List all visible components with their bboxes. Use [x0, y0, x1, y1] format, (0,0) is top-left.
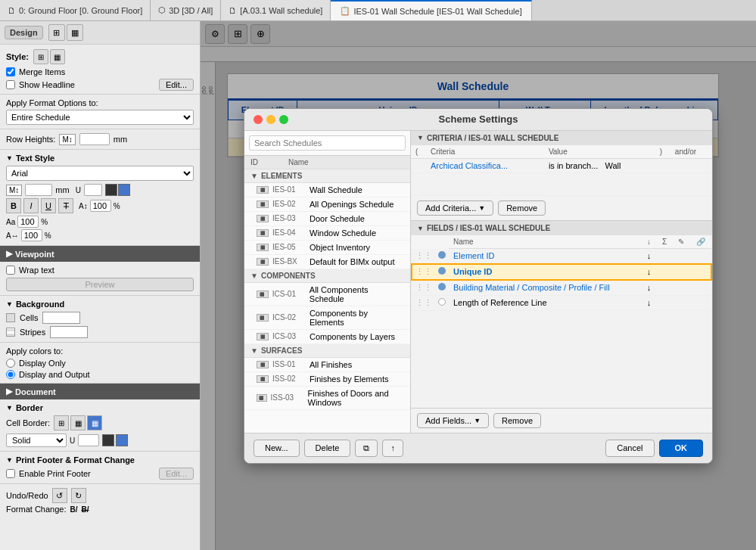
fields-col-name: Name: [449, 235, 641, 249]
search-input[interactable]: [249, 135, 406, 151]
apply-format-select[interactable]: Entire Schedule: [6, 110, 194, 125]
enable-print-footer-label: Enable Print Footer: [19, 469, 91, 478]
export-btn[interactable]: ↑: [382, 440, 403, 457]
tab-3d[interactable]: ⬡ 3D [3D / All]: [151, 0, 221, 20]
cancel-btn[interactable]: Cancel: [605, 440, 654, 457]
color-swatch-2[interactable]: [118, 184, 130, 196]
show-headline-checkbox[interactable]: [6, 80, 15, 89]
list-item[interactable]: ▦ ICS-02 Components by Elements: [244, 306, 410, 330]
underline-btn[interactable]: U: [41, 198, 56, 213]
wrap-text-checkbox[interactable]: [6, 266, 15, 275]
background-label: Background: [16, 300, 64, 309]
list-item[interactable]: ▦ ICS-01 All Components Schedule: [244, 283, 410, 306]
add-criteria-btn[interactable]: Add Criteria... ▼: [417, 200, 493, 216]
edit-button[interactable]: Edit...: [159, 79, 194, 91]
list-item[interactable]: ▦ ISS-02 Finishes by Elements: [244, 372, 410, 387]
elements-group-header[interactable]: ▼ ELEMENTS: [244, 169, 410, 183]
list-item[interactable]: ▦ IES-05 Object Inventory: [244, 241, 410, 255]
list-item[interactable]: ▦ ISS-03 Finishes of Doors and Windows: [244, 387, 410, 410]
width-input[interactable]: [21, 229, 42, 241]
border-color-2[interactable]: [116, 434, 128, 446]
color-swatch-1[interactable]: [105, 184, 117, 196]
row-heights-label: Row Heights:: [6, 135, 55, 144]
document-header[interactable]: ▶ Document: [0, 384, 200, 399]
dialog-overlay: Scheme Settings ID: [201, 21, 756, 550]
stripes-color[interactable]: [50, 326, 88, 338]
surfaces-group-header[interactable]: ▼ SURFACES: [244, 344, 410, 358]
list-item[interactable]: ▦ IES-03 Door Schedule: [244, 212, 410, 226]
border-style-2[interactable]: ▦: [70, 415, 86, 430]
letter-spacing-input[interactable]: [90, 200, 111, 212]
cells-color[interactable]: [42, 312, 80, 324]
preview-btn[interactable]: Preview: [6, 278, 194, 291]
undo-redo-row: Undo/Redo ↺ ↻: [6, 488, 194, 503]
list-item[interactable]: ▦ IES-01 Wall Schedule: [244, 183, 410, 197]
fields-row[interactable]: ⋮⋮ Length of Reference Line ↓: [412, 295, 711, 310]
strikethrough-btn[interactable]: T̶: [58, 198, 73, 213]
ok-btn[interactable]: OK: [659, 440, 704, 457]
print-footer-label: Print Footer & Format Change: [16, 455, 135, 465]
border-value-input[interactable]: 61: [78, 434, 99, 446]
criteria-section: ▼ CRITERIA / IES-01 WALL SCHEDULE ( Crit…: [411, 131, 712, 222]
print-footer-edit-btn[interactable]: Edit...: [159, 468, 194, 480]
fields-col-sum: Σ: [657, 235, 673, 249]
list-item[interactable]: ▦ ISS-01 All Finishes: [244, 358, 410, 372]
display-and-output-radio[interactable]: [6, 370, 15, 379]
fields-row[interactable]: ⋮⋮ Element ID ↓: [412, 249, 711, 264]
display-only-radio[interactable]: [6, 359, 15, 368]
left-panel: Design ⊞ ▦ Style: ⊞ ▦ Merge Items Show: [0, 21, 201, 550]
list-item[interactable]: ▦ ICS-03 Components by Layers: [244, 330, 410, 344]
border-style-select[interactable]: Solid: [6, 433, 67, 447]
row-height-input[interactable]: 6,00: [79, 133, 110, 145]
font-size-input[interactable]: 2,00: [25, 184, 52, 196]
fields-col-edit: ✎: [673, 235, 690, 249]
criteria-row[interactable]: Archicad Classifica... is in branch... W…: [411, 158, 712, 172]
maximize-btn[interactable]: [279, 115, 288, 124]
style-list-btn[interactable]: ▦: [50, 49, 65, 64]
merge-items-checkbox[interactable]: [6, 67, 15, 76]
tab-ground-floor[interactable]: 🗋 0: Ground Floor [0. Ground Floor]: [0, 0, 151, 20]
tab-ies-label: IES-01 Wall Schedule [IES-01 Wall Schedu…: [353, 7, 521, 16]
close-btn[interactable]: [254, 115, 263, 124]
border-style-3[interactable]: ▦: [87, 415, 102, 430]
delete-btn[interactable]: Delete: [304, 440, 351, 457]
bold-btn[interactable]: B: [6, 198, 21, 213]
border-color-1[interactable]: [102, 434, 114, 446]
list-item[interactable]: ▦ IES-04 Window Schedule: [244, 226, 410, 241]
add-fields-btn[interactable]: Add Fields... ▼: [417, 413, 489, 428]
fields-row-unique-id[interactable]: ⋮⋮ Unique ID ↓: [412, 264, 711, 280]
remove-fields-btn[interactable]: Remove: [493, 413, 541, 428]
criteria-col-value: Value: [544, 145, 655, 159]
undo-btn[interactable]: ↺: [52, 488, 67, 503]
tab-ies-wall-schedule[interactable]: 📋 IES-01 Wall Schedule [IES-01 Wall Sche…: [331, 0, 531, 20]
criteria-col-paren: (: [411, 145, 426, 159]
italic-btn[interactable]: I: [23, 198, 39, 213]
new-btn[interactable]: New...: [254, 440, 300, 457]
display-and-output-label: Display and Output: [19, 370, 90, 379]
right-area: ⚙ ⊞ ⊕ |10 |20 |30 |40 |50 |60 |70 |80 |9…: [201, 21, 756, 550]
fields-col-icon: [435, 235, 449, 249]
minimize-btn[interactable]: [266, 115, 275, 124]
redo-btn[interactable]: ↻: [71, 488, 86, 503]
style-grid-btn[interactable]: ⊞: [33, 49, 48, 64]
underline-input[interactable]: 6: [84, 184, 102, 196]
case-input[interactable]: [17, 216, 39, 228]
font-select[interactable]: Arial: [6, 166, 194, 181]
design-tab-label[interactable]: Design: [5, 26, 43, 39]
border-style-1[interactable]: ⊞: [54, 415, 69, 430]
list-view-btn[interactable]: ▦: [67, 24, 83, 41]
viewpoint-header[interactable]: ▶ Viewpoint: [0, 246, 200, 262]
row-height-unit: mm: [114, 135, 127, 144]
list-item[interactable]: ▦ IES-02 All Openings Schedule: [244, 197, 410, 212]
components-group-header[interactable]: ▼ COMPONENTS: [244, 269, 410, 283]
stripes-icon: [6, 328, 15, 337]
remove-criteria-btn[interactable]: Remove: [498, 200, 546, 216]
grid-view-btn[interactable]: ⊞: [48, 24, 65, 41]
criteria-fields-panel: ▼ CRITERIA / IES-01 WALL SCHEDULE ( Crit…: [411, 131, 712, 433]
list-item[interactable]: ▦ IES-BX Default for BIMx output: [244, 255, 410, 269]
enable-print-footer-checkbox[interactable]: [6, 469, 15, 478]
duplicate-btn[interactable]: ⧉: [355, 440, 378, 457]
fields-row[interactable]: ⋮⋮ Building Material / Composite / Profi…: [412, 280, 711, 296]
show-headline-label: Show Headline: [19, 80, 75, 89]
tab-wall-schedule[interactable]: 🗋 [A.03.1 Wall schedule]: [221, 0, 331, 20]
